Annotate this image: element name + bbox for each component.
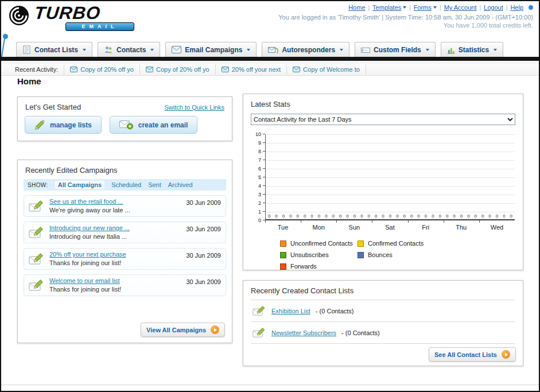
chart-value-label: 0 xyxy=(425,214,427,219)
chart-value-label: 0 xyxy=(275,214,277,219)
chart-value-group: 00000 xyxy=(444,213,479,219)
mail-icon xyxy=(146,67,153,72)
chart-plot: 00000000000000000000000000000000000 xyxy=(265,134,515,220)
envelope-pencil-icon xyxy=(29,199,45,213)
nav-tab-label: Contact Lists xyxy=(34,46,78,54)
create-email-button[interactable]: create an email xyxy=(110,116,198,134)
recent-activity-text: Copy of Welcome to xyxy=(303,66,360,73)
campaign-text: Introducing our new range ... Introducin… xyxy=(49,224,181,241)
x-tick-label: Sun xyxy=(336,224,372,231)
filter-sent[interactable]: Sent xyxy=(148,181,161,188)
header-links: Home | Templates | Forms | My Account | … xyxy=(348,4,533,11)
chevron-down-icon xyxy=(83,49,86,51)
nav-tab-statistics[interactable]: Statistics xyxy=(441,42,503,57)
envelope-pencil-icon xyxy=(29,278,45,292)
x-tick-label: Fri xyxy=(408,224,444,231)
legend-label: Confirmed Contacts xyxy=(368,240,424,247)
recent-activity-item[interactable]: 20% off your next xyxy=(216,64,287,75)
chart-value-label: 0 xyxy=(310,214,313,219)
campaign-title-link[interactable]: 20% off your next purchase xyxy=(49,250,181,259)
contact-lists-title: Recently Created Contact Lists xyxy=(251,286,353,295)
campaigns-title: Recently Edited Campaigns xyxy=(25,166,117,174)
filter-archived[interactable]: Archived xyxy=(168,181,193,188)
link-logout[interactable]: Logout xyxy=(484,4,503,11)
nav-tab-contacts[interactable]: Contacts xyxy=(98,42,160,57)
envelope-pencil-icon xyxy=(252,305,266,317)
page-title: Home xyxy=(17,76,41,86)
chart-legend: Unconfirmed ContactsConfirmed ContactsUn… xyxy=(280,240,510,270)
legend-item: Forwards xyxy=(280,263,358,270)
link-forms[interactable]: Forms xyxy=(414,4,437,11)
chart-value-label: 0 xyxy=(325,214,327,219)
chart-value-label: 0 xyxy=(389,214,391,219)
chevron-down-icon xyxy=(150,49,154,51)
statistics-icon xyxy=(447,46,455,54)
campaign-title-link[interactable]: Introducing our new range ... xyxy=(49,224,181,232)
link-my-account[interactable]: My Account xyxy=(444,4,477,11)
chart-value-label: 0 xyxy=(410,214,413,219)
credits-status: You have 1,000 total credits left. xyxy=(444,22,533,29)
nav-tab-contact-lists[interactable]: Contact Lists xyxy=(16,42,92,57)
contacts-icon xyxy=(104,45,113,54)
view-all-campaigns-button[interactable]: View All Campaigns xyxy=(141,323,225,337)
nav-tab-label: Email Campaigns xyxy=(185,46,242,54)
chart-value-label: 0 xyxy=(360,214,363,219)
chart-value-label: 0 xyxy=(460,214,463,219)
campaign-title-link[interactable]: Welcome to our email list xyxy=(49,277,181,285)
legend-item: Confirmed Contacts xyxy=(358,240,435,247)
x-tick-label: Mon xyxy=(301,224,336,231)
contact-list-link[interactable]: Exhibition List xyxy=(271,308,310,315)
nav-tab-label: Custom Fields xyxy=(374,46,421,54)
filter-scheduled[interactable]: Scheduled xyxy=(111,181,141,188)
legend-swatch-icon xyxy=(280,240,286,247)
chart-value-label: 0 xyxy=(403,214,406,219)
recent-activity-item[interactable]: Copy of Welcome to xyxy=(287,64,366,75)
recent-activity-text: 20% off your next xyxy=(232,66,281,73)
campaign-row: Introducing our new range ... Introducin… xyxy=(24,222,226,243)
legend-swatch-icon xyxy=(280,263,286,270)
link-forms-label: Forms xyxy=(414,4,432,11)
mail-icon xyxy=(293,67,300,72)
link-home[interactable]: Home xyxy=(348,4,365,11)
legend-label: Unconfirmed Contacts xyxy=(290,240,353,247)
contact-list-row: Exhibition List - (0 Contacts) xyxy=(251,300,515,322)
nav-tab-autoresponders[interactable]: Autoresponders xyxy=(262,42,349,57)
stats-period-select[interactable]: Contact Activity for the Last 7 Days xyxy=(251,114,515,125)
campaigns-filterbar: SHOW: All Campaigns Scheduled Sent Archi… xyxy=(24,179,226,191)
y-tick-label: 4 xyxy=(258,183,261,189)
footer-divider xyxy=(1,385,539,385)
campaigns-header: Recently Edited Campaigns xyxy=(18,160,232,179)
link-templates[interactable]: Templates xyxy=(372,4,406,11)
contact-list-row: Newsletter Subscribers - (0 Contacts) xyxy=(251,322,515,344)
see-all-contact-lists-button[interactable]: See All Contact Lists xyxy=(429,347,516,362)
manage-lists-label: manage lists xyxy=(50,121,92,129)
recent-activity-item[interactable]: Copy of 20% off yo xyxy=(140,64,216,75)
campaign-title-link[interactable]: See us at the retail food ... xyxy=(49,197,181,206)
chart-value-label: 0 xyxy=(268,214,270,219)
nav-tab-custom-fields[interactable]: Custom Fields xyxy=(355,42,436,57)
campaigns-list: See us at the retail food ... We're givi… xyxy=(18,191,232,296)
filter-all-campaigns[interactable]: All Campaigns xyxy=(55,181,104,189)
link-help[interactable]: Help xyxy=(510,4,523,11)
recent-activity-item[interactable]: Copy of 20% off yo xyxy=(64,64,140,75)
chevron-down-icon xyxy=(494,49,497,51)
chart-value-label: 0 xyxy=(510,214,512,219)
autoresponder-icon xyxy=(268,46,278,54)
campaign-date: 30 Jun 2009 xyxy=(186,252,221,259)
chart-value-label: 0 xyxy=(332,214,335,219)
logo-title: TURBO xyxy=(33,3,102,23)
y-tick-label: 0 xyxy=(258,218,261,223)
campaigns-panel: Recently Edited Campaigns SHOW: All Camp… xyxy=(17,160,232,343)
contact-list-link[interactable]: Newsletter Subscribers xyxy=(271,329,336,336)
nav-tab-email-campaigns[interactable]: Email Campaigns xyxy=(165,42,257,57)
x-tick-label: Tue xyxy=(265,224,301,231)
create-email-label: create an email xyxy=(138,121,188,129)
recent-activity-label: Recent Activity: xyxy=(15,66,58,73)
envelope-plus-icon xyxy=(119,120,133,130)
chart-value-group: 00000 xyxy=(301,213,337,219)
legend-item: Unconfirmed Contacts xyxy=(280,240,358,247)
campaign-date: 30 Jun 2009 xyxy=(186,226,221,232)
switch-quick-links-link[interactable]: Switch to Quick Links xyxy=(164,104,224,111)
manage-lists-button[interactable]: manage lists xyxy=(25,116,102,134)
campaign-row: Welcome to our email list Thanks for joi… xyxy=(24,274,226,296)
